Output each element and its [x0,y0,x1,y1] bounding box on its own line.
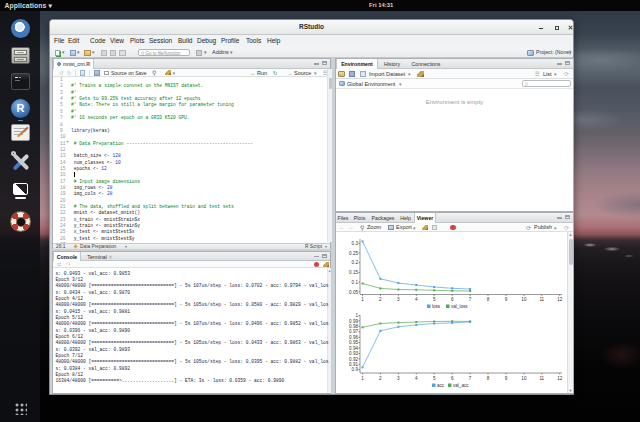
svg-text:11: 11 [539,376,544,381]
svg-text:0.2: 0.2 [352,260,359,265]
svg-text:12: 12 [557,376,563,381]
svg-text:10: 10 [521,297,527,302]
svg-text:0.97: 0.97 [349,329,358,334]
svg-text:0.25: 0.25 [349,251,358,256]
svg-text:acc: acc [437,383,445,388]
svg-text:2: 2 [379,297,382,302]
svg-text:1: 1 [355,313,358,318]
svg-text:4: 4 [415,297,418,302]
svg-text:5: 5 [433,297,436,302]
svg-text:2: 2 [379,376,382,381]
svg-text:0.91: 0.91 [349,362,358,367]
svg-text:0.95: 0.95 [349,340,358,345]
svg-text:1: 1 [361,376,364,381]
svg-text:5: 5 [433,376,436,381]
svg-text:9: 9 [505,376,508,381]
svg-text:10: 10 [521,376,527,381]
svg-text:0.93: 0.93 [349,351,358,356]
svg-text:1: 1 [361,297,364,302]
svg-text:0.05: 0.05 [349,290,358,295]
svg-text:0.3: 0.3 [352,241,359,246]
svg-text:6: 6 [451,297,454,302]
svg-text:12: 12 [557,297,563,302]
svg-text:val_acc: val_acc [453,383,469,388]
svg-text:0.96: 0.96 [349,335,358,340]
svg-text:0.99: 0.99 [349,319,358,324]
svg-text:8: 8 [487,297,490,302]
svg-text:loss: loss [432,304,441,309]
svg-text:4: 4 [415,376,418,381]
svg-text:0.92: 0.92 [349,357,358,362]
svg-text:0.15: 0.15 [349,270,358,275]
svg-text:0.98: 0.98 [349,324,358,329]
svg-text:11: 11 [539,297,544,302]
svg-text:9: 9 [505,297,508,302]
svg-text:7: 7 [469,297,472,302]
svg-text:val_loss: val_loss [451,304,468,309]
svg-text:8: 8 [487,376,490,381]
svg-text:0.1: 0.1 [352,280,359,285]
svg-text:0.94: 0.94 [349,346,358,351]
svg-text:7: 7 [469,376,472,381]
svg-text:3: 3 [397,376,400,381]
svg-text:0.9: 0.9 [352,367,359,372]
svg-text:6: 6 [451,376,454,381]
svg-text:3: 3 [397,297,400,302]
